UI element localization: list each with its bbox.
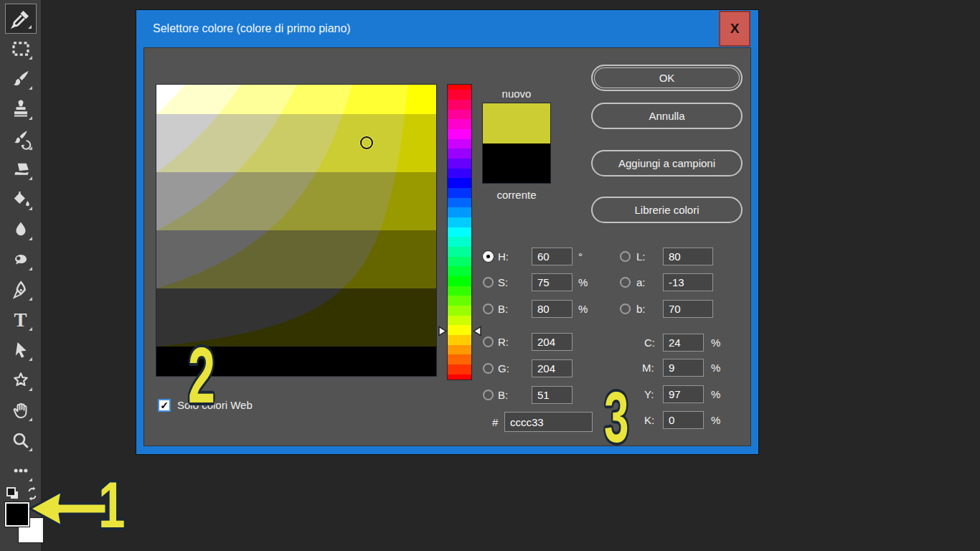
- eraser-icon: [10, 159, 32, 180]
- magnifier-icon: [10, 430, 32, 451]
- saturation-unit: %: [578, 273, 588, 291]
- hand-tool[interactable]: [5, 395, 37, 425]
- zoom-tool[interactable]: [5, 425, 37, 456]
- ok-button[interactable]: OK: [591, 65, 743, 91]
- color-field-marker[interactable]: [360, 136, 373, 149]
- ellipsis-icon: [10, 460, 32, 481]
- blur-drop-icon: [10, 219, 32, 240]
- photoshop-workspace: T Selettore colore (colore di primo pian…: [0, 0, 980, 551]
- yellow-input[interactable]: [663, 385, 704, 403]
- pen-tool[interactable]: [5, 275, 37, 305]
- magenta-input[interactable]: [663, 359, 704, 377]
- hex-input[interactable]: [504, 412, 593, 432]
- green-label: G:: [498, 359, 509, 377]
- web-colors-checkbox[interactable]: ✓: [158, 399, 171, 412]
- cyan-unit: %: [711, 334, 720, 352]
- add-to-swatches-button[interactable]: Aggiungi a campioni: [591, 150, 743, 176]
- green-input[interactable]: [532, 359, 573, 377]
- hue-input[interactable]: [532, 248, 573, 265]
- lab-a-input[interactable]: [663, 273, 713, 291]
- dodge-icon: [10, 249, 32, 270]
- lab-l-input[interactable]: [663, 248, 713, 265]
- color-libraries-button[interactable]: Librerie colori: [591, 197, 743, 223]
- foreground-color-swatch[interactable]: [5, 502, 29, 527]
- current-color-swatch: [483, 143, 550, 183]
- paint-bucket-tool[interactable]: [5, 184, 37, 215]
- brightness-radio[interactable]: [483, 303, 494, 314]
- brightness-label: B:: [498, 300, 508, 318]
- new-current-swatch: [483, 103, 550, 183]
- brightness-unit: %: [578, 300, 588, 318]
- yellow-unit: %: [711, 385, 720, 403]
- red-radio[interactable]: [483, 336, 494, 347]
- color-picker-dialog: Selettore colore (colore di primo piano)…: [136, 10, 758, 454]
- blue-radio[interactable]: [483, 390, 494, 400]
- lab-b-label: b:: [636, 300, 646, 318]
- type-icon: T: [14, 311, 27, 330]
- dialog-body: nuovo corrente OK Annulla Aggiungi a cam…: [143, 47, 751, 446]
- marquee-tool[interactable]: [5, 34, 37, 64]
- hue-slider-right-handle[interactable]: [473, 326, 482, 336]
- brightness-input[interactable]: [532, 300, 573, 318]
- hue-radio[interactable]: [483, 251, 494, 262]
- saturation-radio[interactable]: [483, 277, 494, 288]
- hue-slider[interactable]: [448, 85, 471, 380]
- magenta-label: M:: [642, 359, 654, 377]
- brush-tool[interactable]: [5, 64, 37, 94]
- lab-l-radio[interactable]: [620, 251, 631, 262]
- black-input[interactable]: [663, 411, 704, 429]
- history-brush-tool[interactable]: [5, 124, 37, 154]
- cyan-input[interactable]: [663, 334, 704, 352]
- default-colors-icon[interactable]: [4, 485, 22, 502]
- annotation-arrow-to-foreground: [27, 489, 109, 529]
- blue-label: B:: [498, 386, 508, 404]
- history-brush-icon: [10, 128, 32, 150]
- cancel-button[interactable]: Annulla: [591, 103, 743, 129]
- annotation-step-3: 3: [604, 381, 628, 453]
- lab-b-input[interactable]: [663, 300, 713, 318]
- annotation-step-2: 2: [188, 336, 215, 415]
- dialog-titlebar[interactable]: Selettore colore (colore di primo piano)…: [136, 10, 758, 47]
- red-label: R:: [498, 333, 509, 351]
- black-label: K:: [644, 411, 654, 429]
- hex-prefix-label: #: [492, 413, 498, 431]
- current-color-label: corrente: [474, 189, 559, 201]
- yellow-label: Y:: [644, 385, 654, 403]
- saturation-input[interactable]: [532, 273, 573, 291]
- new-color-label: nuovo: [483, 88, 550, 100]
- dodge-tool[interactable]: [5, 245, 37, 275]
- eraser-tool[interactable]: [5, 154, 37, 184]
- type-tool[interactable]: T: [5, 305, 37, 335]
- eyedropper-icon: [10, 8, 32, 29]
- hand-icon: [10, 400, 32, 421]
- saturation-label: S:: [498, 273, 508, 291]
- blue-input[interactable]: [532, 386, 573, 404]
- black-unit: %: [711, 411, 720, 429]
- clone-stamp-tool[interactable]: [5, 94, 37, 124]
- red-input[interactable]: [532, 333, 573, 351]
- hue-slider-left-handle[interactable]: [438, 326, 447, 336]
- more-tools-button[interactable]: [5, 456, 37, 486]
- marquee-icon: [10, 38, 32, 60]
- close-button[interactable]: X: [719, 11, 750, 47]
- path-selection-tool[interactable]: [5, 335, 37, 365]
- tool-palette: T: [0, 0, 42, 551]
- cyan-label: C:: [644, 334, 655, 352]
- lab-b-radio[interactable]: [620, 303, 631, 314]
- hue-ramp-canvas[interactable]: [448, 85, 471, 380]
- lab-a-label: a:: [636, 273, 646, 291]
- hue-unit: °: [578, 248, 583, 265]
- blur-tool[interactable]: [5, 215, 37, 245]
- eyedropper-tool[interactable]: [5, 4, 37, 34]
- clone-stamp-icon: [10, 98, 32, 120]
- custom-shape-tool[interactable]: [5, 365, 37, 395]
- lab-l-label: L:: [636, 248, 646, 265]
- brush-icon: [10, 68, 32, 90]
- pen-icon: [10, 279, 32, 301]
- selection-arrow-icon: [10, 339, 32, 361]
- green-radio[interactable]: [483, 363, 494, 374]
- paint-bucket-icon: [10, 189, 32, 210]
- lab-a-radio[interactable]: [620, 277, 631, 288]
- new-color-swatch: [483, 103, 550, 143]
- hue-label: H:: [498, 248, 509, 265]
